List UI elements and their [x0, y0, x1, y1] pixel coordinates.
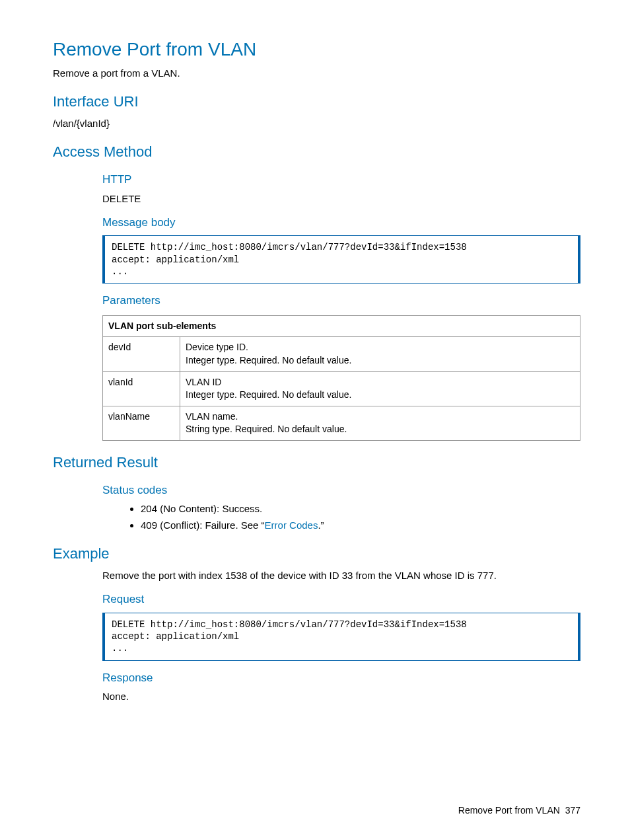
parameters-table-header: VLAN port sub-elements — [103, 315, 580, 337]
response-text: None. — [102, 689, 580, 703]
status-codes-heading: Status codes — [102, 482, 580, 498]
table-row: vlanName VLAN name. String type. Require… — [103, 406, 580, 440]
param-desc-line: Integer type. Required. No default value… — [186, 389, 575, 402]
param-desc: Device type ID. Integer type. Required. … — [180, 337, 580, 371]
access-method-heading: Access Method — [53, 142, 580, 163]
message-body-code: DELETE http://imc_host:8080/imcrs/vlan/7… — [102, 235, 580, 284]
param-desc-line: VLAN name. — [186, 410, 575, 424]
http-method: DELETE — [102, 192, 580, 206]
status-text: 409 (Conflict): Failure. See “ — [141, 519, 265, 531]
error-codes-link[interactable]: Error Codes — [265, 519, 318, 531]
message-body-heading: Message body — [102, 215, 580, 231]
http-heading: HTTP — [102, 172, 580, 188]
page-description: Remove a port from a VLAN. — [53, 66, 580, 80]
param-desc-line: String type. Required. No default value. — [186, 423, 575, 436]
param-desc: VLAN name. String type. Required. No def… — [180, 406, 580, 440]
interface-heading: Interface URI — [53, 92, 580, 112]
page-title: Remove Port from VLAN — [53, 36, 580, 62]
param-desc: VLAN ID Integer type. Required. No defau… — [180, 371, 580, 406]
parameters-heading: Parameters — [102, 293, 580, 309]
status-codes-list: 204 (No Content): Success. 409 (Conflict… — [102, 502, 580, 532]
request-heading: Request — [102, 592, 580, 607]
status-text: .” — [318, 519, 324, 531]
param-desc-line: Integer type. Required. No default value… — [186, 354, 575, 367]
param-desc-line: Device type ID. — [186, 341, 575, 354]
returned-result-heading: Returned Result — [53, 453, 580, 473]
param-name: vlanName — [103, 406, 180, 440]
param-name: devId — [103, 337, 180, 371]
status-item: 204 (No Content): Success. — [141, 502, 580, 515]
param-name: vlanId — [103, 371, 180, 406]
table-row: devId Device type ID. Integer type. Requ… — [103, 337, 580, 371]
example-heading: Example — [53, 544, 580, 564]
status-item: 409 (Conflict): Failure. See “Error Code… — [141, 518, 580, 532]
interface-uri: /vlan/{vlanId} — [53, 116, 580, 130]
param-desc-line: VLAN ID — [186, 376, 575, 389]
response-heading: Response — [102, 670, 580, 686]
parameters-table: VLAN port sub-elements devId Device type… — [102, 315, 580, 441]
example-description: Remove the port with index 1538 of the d… — [102, 568, 580, 582]
request-code: DELETE http://imc_host:8080/imcrs/vlan/7… — [102, 613, 580, 661]
table-row: vlanId VLAN ID Integer type. Required. N… — [103, 371, 580, 406]
